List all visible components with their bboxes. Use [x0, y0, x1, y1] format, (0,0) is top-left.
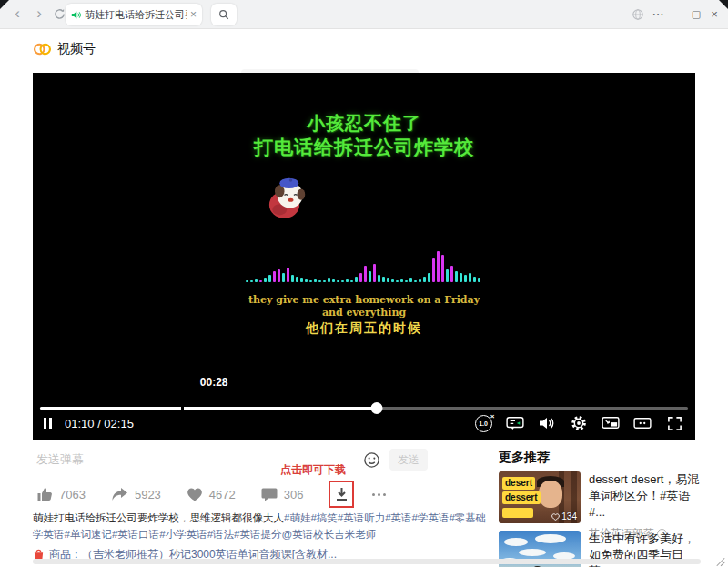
horizontal-scrollbar[interactable] [33, 559, 701, 564]
window-close-button[interactable]: × [703, 0, 726, 28]
video-overlay-title-line2: 打电话给拆迁公司炸学校 [33, 135, 695, 160]
smiley-icon [363, 451, 380, 469]
window-resize-grip[interactable] [715, 554, 726, 565]
search-icon [218, 9, 229, 20]
video-thumbnail[interactable]: desert dessert 134 [499, 471, 581, 523]
recommendations-sidebar: 更多推荐 desert dessert 134 dessert desert，易… [499, 450, 706, 466]
heart-button[interactable]: 4672 [187, 487, 236, 501]
speed-value: 1.0 [479, 420, 488, 427]
more-actions-button[interactable] [372, 493, 386, 496]
thumbs-up-icon [36, 486, 53, 502]
tab-close-icon[interactable]: × [190, 8, 197, 21]
engagement-bar: 7063 5923 4672 306 [36, 481, 386, 508]
browser-toolbar: ‹ › 萌娃打电话给拆迁公司要炸学 × [0, 0, 728, 29]
browser-tab[interactable]: 萌娃打电话给拆迁公司要炸学 × [66, 4, 202, 25]
comment-count: 306 [284, 488, 304, 501]
globe-icon [632, 8, 644, 21]
tab-title: 萌娃打电话给拆迁公司要炸学 [85, 8, 187, 22]
thumbnail-badge: desert [502, 477, 535, 490]
video-player[interactable]: 小孩忍不住了 打电话给拆迁公司炸学校 they give me extra ho… [33, 73, 695, 440]
comment-bubble-icon [261, 487, 278, 501]
emoji-button[interactable] [360, 449, 382, 471]
site-header: 视频号 [0, 29, 728, 73]
refresh-icon [54, 8, 66, 20]
picture-in-picture-button[interactable] [601, 414, 621, 432]
like-count: 7063 [59, 488, 86, 501]
danmaku-toggle-button[interactable] [505, 414, 525, 432]
browser-back-button[interactable]: ‹ [7, 4, 27, 24]
player-controls: 01:10 / 02:15 1.0 × [33, 411, 695, 435]
like-count: 134 [561, 511, 577, 521]
thumbnail-badge: dessert [502, 491, 541, 504]
video-overlay-title-line1: 小孩忍不住了 [33, 111, 695, 136]
comment-button[interactable]: 306 [261, 487, 304, 501]
playback-speed-button[interactable]: 1.0 × [473, 414, 493, 432]
theater-mode-button[interactable] [632, 414, 652, 432]
browser-search-button[interactable] [211, 4, 237, 25]
pause-button[interactable] [44, 418, 52, 429]
progress-hover-time: 00:28 [200, 376, 228, 389]
description-text: 萌娃打电话给拆迁公司要炸学校，思维逻辑都很像大人 [33, 512, 284, 523]
download-hint: 点击即可下载 [280, 462, 346, 478]
wechat-channels-page: ‹ › 萌娃打电话给拆迁公司要炸学 × [0, 0, 728, 567]
sidebar-title: 更多推荐 [499, 450, 706, 466]
dog-phone-sticker [261, 173, 314, 224]
share-arrow-icon [111, 487, 128, 502]
share-count: 5923 [135, 488, 161, 501]
fullscreen-icon [667, 416, 682, 431]
progress-hover-marker [181, 406, 184, 410]
progress-bar[interactable] [40, 407, 688, 410]
like-button[interactable]: 7063 [36, 486, 86, 502]
progress-played [40, 407, 377, 410]
channels-brand[interactable]: 视频号 [33, 41, 96, 57]
browser-forward-button[interactable]: › [29, 4, 49, 24]
thumbnail-badge-small [502, 508, 533, 518]
heart-outline-icon [551, 513, 560, 521]
audio-spectrum [246, 246, 482, 282]
subtitle-chinese: 他们在周五的时候 [33, 320, 695, 337]
share-button[interactable]: 5923 [111, 487, 161, 502]
heart-icon [187, 487, 203, 501]
speed-x-mark: × [490, 412, 495, 420]
subtitle-english-line2: and everything [33, 307, 695, 319]
speaker-icon [539, 416, 555, 430]
video-description: 萌娃打电话给拆迁公司要炸学校，思维逻辑都很像大人#萌娃#搞笑#英语听力#英语#学… [33, 510, 493, 542]
volume-button[interactable] [537, 414, 557, 432]
heart-count: 4672 [209, 488, 236, 501]
recommended-video-title[interactable]: dessert desert，易混单词秒区分！#英语 #... [589, 471, 705, 521]
send-danmaku-button[interactable]: 发送 [389, 449, 428, 471]
time-label: 01:10 / 02:15 [65, 417, 134, 430]
channels-logo-icon [33, 42, 52, 56]
download-highlight-box [329, 481, 354, 508]
gear-icon [571, 415, 587, 431]
tab-audio-speaker-icon [71, 10, 81, 20]
fullscreen-button[interactable] [664, 414, 684, 432]
settings-button[interactable] [569, 414, 589, 432]
pip-icon [602, 416, 620, 430]
danmaku-bar: 点击即可下载 发送 [33, 448, 430, 475]
thumbnail-like-count: 134 [551, 511, 577, 521]
danmaku-icon [506, 416, 524, 430]
brand-name: 视频号 [57, 41, 96, 57]
danmaku-input[interactable] [35, 451, 248, 467]
subtitle-english-line1: they give me extra homework on a Friday [33, 294, 695, 306]
download-icon[interactable] [335, 487, 349, 501]
widescreen-icon [633, 416, 652, 430]
